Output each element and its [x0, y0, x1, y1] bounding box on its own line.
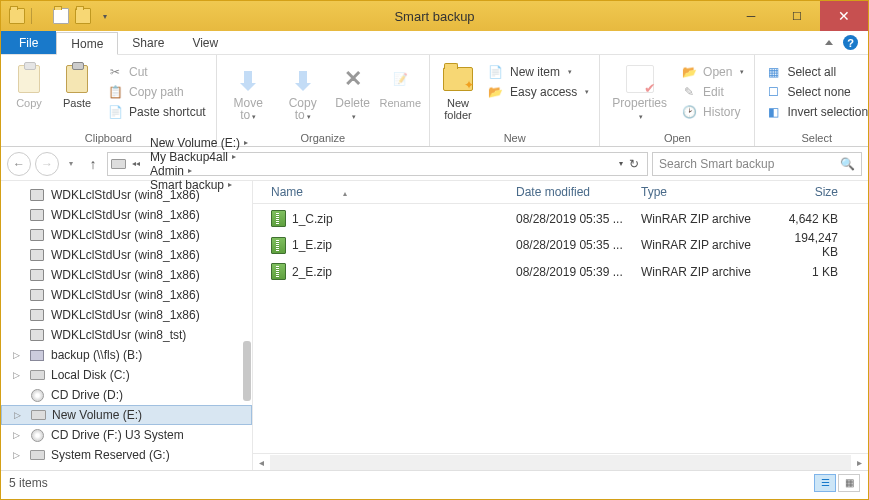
collapse-ribbon-icon[interactable] [825, 40, 833, 45]
minimize-button[interactable]: ─ [728, 1, 774, 31]
invert-selection-button[interactable]: ◧Invert selection [761, 103, 869, 121]
titlebar: ▾ Smart backup ─ ☐ ✕ [1, 1, 868, 31]
address-dropdown-icon[interactable]: ▾ [619, 159, 623, 168]
tree-item[interactable]: ▷System Reserved (G:) [1, 445, 252, 465]
properties-icon[interactable] [53, 8, 69, 24]
tree-item[interactable]: WDKLclStdUsr (win8_1x86) [1, 285, 252, 305]
file-row[interactable]: 1_E.zip08/28/2019 05:35 ...WinRAR ZIP ar… [253, 229, 868, 261]
tree-item[interactable]: WDKLclStdUsr (win8_1x86) [1, 225, 252, 245]
help-icon[interactable]: ? [843, 35, 858, 50]
tree-item-label: WDKLclStdUsr (win8_1x86) [51, 248, 200, 262]
navigation-bar: ← → ▾ ↑ ◂◂ New Volume (E:)▸My Backup4all… [1, 147, 868, 181]
copy-to-button[interactable]: Copy to▾ [278, 61, 328, 125]
drive-icon [29, 447, 45, 463]
breadcrumb-segment[interactable]: Admin▸ [146, 164, 252, 178]
forward-button[interactable]: → [35, 152, 59, 176]
expand-icon[interactable]: ▷ [14, 410, 24, 420]
close-button[interactable]: ✕ [820, 1, 868, 31]
qat-dropdown-icon[interactable]: ▾ [97, 8, 113, 24]
tree-item[interactable]: WDKLclStdUsr (win8_1x86) [1, 185, 252, 205]
tree-item[interactable]: CD Drive (D:) [1, 385, 252, 405]
select-all-button[interactable]: ▦Select all [761, 63, 869, 81]
scroll-left-icon[interactable]: ◂ [253, 457, 270, 468]
cut-button[interactable]: ✂Cut [103, 63, 210, 81]
column-headers[interactable]: Name▴ Date modified Type Size [253, 181, 868, 204]
tree-item-label: System Reserved (G:) [51, 448, 170, 462]
home-tab[interactable]: Home [56, 32, 118, 55]
move-to-button[interactable]: Move to▾ [223, 61, 274, 125]
file-size: 1 KB [786, 265, 868, 279]
refresh-icon[interactable]: ↻ [629, 157, 639, 171]
column-type[interactable]: Type [641, 185, 786, 199]
quick-access-toolbar: ▾ [1, 8, 113, 24]
open-group: Properties▾ 📂Open▾ ✎Edit 🕑History Open [600, 55, 755, 146]
scissors-icon: ✂ [107, 64, 123, 80]
tree-item[interactable]: ▷New Volume (E:) [1, 405, 252, 425]
drive-icon [30, 407, 46, 423]
tree-item[interactable]: WDKLclStdUsr (win8_1x86) [1, 245, 252, 265]
address-bar[interactable]: ◂◂ New Volume (E:)▸My Backup4all▸Admin▸S… [107, 152, 648, 176]
history-icon: 🕑 [681, 104, 697, 120]
expand-icon[interactable]: ▷ [13, 370, 23, 380]
expand-icon[interactable]: ▷ [13, 450, 23, 460]
organize-group: Move to▾ Copy to▾ ✕Delete▾ 📝Rename Organ… [217, 55, 430, 146]
open-button[interactable]: 📂Open▾ [677, 63, 748, 81]
expand-icon[interactable]: ▷ [13, 430, 23, 440]
breadcrumb-prefix[interactable]: ◂◂ [128, 159, 144, 168]
copy-button[interactable]: Copy [7, 61, 51, 111]
tree-item[interactable]: ▷CD Drive (F:) U3 System [1, 425, 252, 445]
copy-path-button[interactable]: 📋Copy path [103, 83, 210, 101]
file-type: WinRAR ZIP archive [641, 212, 786, 226]
scrollbar-thumb[interactable] [243, 341, 251, 401]
easy-access-button[interactable]: 📂Easy access▾ [484, 83, 593, 101]
tree-item[interactable]: WDKLclStdUsr (win8_1x86) [1, 305, 252, 325]
search-input[interactable]: Search Smart backup 🔍 [652, 152, 862, 176]
tree-item[interactable]: WDKLclStdUsr (win8_tst) [1, 325, 252, 345]
file-row[interactable]: 1_C.zip08/28/2019 05:35 ...WinRAR ZIP ar… [253, 208, 868, 229]
select-none-button[interactable]: ☐Select none [761, 83, 869, 101]
tree-item[interactable]: ▷Local Disk (C:) [1, 365, 252, 385]
shortcut-icon: 📄 [107, 104, 123, 120]
file-tab[interactable]: File [1, 31, 56, 54]
tree-item[interactable]: ▷backup (\\fls) (B:) [1, 345, 252, 365]
navigation-tree[interactable]: WDKLclStdUsr (win8_1x86)WDKLclStdUsr (wi… [1, 181, 253, 470]
back-button[interactable]: ← [7, 152, 31, 176]
maximize-button[interactable]: ☐ [774, 1, 820, 31]
pc-icon [29, 207, 45, 223]
horizontal-scrollbar[interactable]: ◂ ▸ [253, 453, 868, 470]
paste-shortcut-button[interactable]: 📄Paste shortcut [103, 103, 210, 121]
file-row[interactable]: 2_E.zip08/28/2019 05:39 ...WinRAR ZIP ar… [253, 261, 868, 282]
delete-button[interactable]: ✕Delete▾ [332, 61, 374, 125]
scroll-right-icon[interactable]: ▸ [851, 457, 868, 468]
column-size[interactable]: Size [786, 185, 868, 199]
icons-view-button[interactable]: ▦ [838, 474, 860, 492]
new-folder-button[interactable]: New folder [436, 61, 480, 123]
up-button[interactable]: ↑ [83, 154, 103, 174]
view-tab[interactable]: View [178, 31, 232, 54]
copy-path-icon: 📋 [107, 84, 123, 100]
tree-item[interactable]: WDKLclStdUsr (win8_1x86) [1, 205, 252, 225]
file-name: 2_E.zip [292, 265, 332, 279]
details-view-button[interactable]: ☰ [814, 474, 836, 492]
tree-item-label: CD Drive (F:) U3 System [51, 428, 184, 442]
zip-icon [271, 263, 286, 280]
expand-icon[interactable]: ▷ [13, 350, 23, 360]
file-date: 08/28/2019 05:35 ... [516, 212, 641, 226]
share-tab[interactable]: Share [118, 31, 178, 54]
tree-item[interactable]: WDKLclStdUsr (win8_1x86) [1, 265, 252, 285]
file-size: 4,642 KB [786, 212, 868, 226]
history-button[interactable]: 🕑History [677, 103, 748, 121]
drive-icon [29, 367, 45, 383]
paste-button[interactable]: Paste [55, 61, 99, 111]
column-name[interactable]: Name [271, 185, 303, 199]
breadcrumb-segment[interactable]: My Backup4all▸ [146, 150, 252, 164]
edit-button[interactable]: ✎Edit [677, 83, 748, 101]
recent-dropdown[interactable]: ▾ [63, 152, 79, 176]
folder-icon[interactable] [9, 8, 25, 24]
breadcrumb-segment[interactable]: New Volume (E:)▸ [146, 136, 252, 150]
new-folder-icon[interactable] [75, 8, 91, 24]
properties-button[interactable]: Properties▾ [606, 61, 673, 125]
new-item-button[interactable]: 📄New item▾ [484, 63, 593, 81]
column-date[interactable]: Date modified [516, 185, 641, 199]
rename-button[interactable]: 📝Rename [378, 61, 423, 111]
